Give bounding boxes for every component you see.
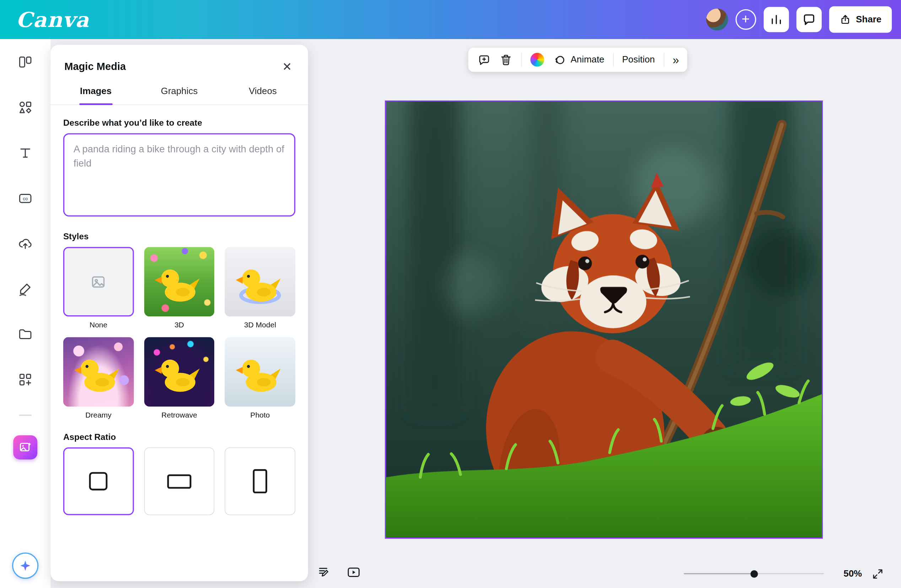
duck-dreamy-thumbnail: [72, 348, 125, 401]
describe-label: Describe what you’d like to create: [63, 118, 295, 128]
aspect-ratio-grid: [63, 447, 295, 515]
aspect-ratio-portrait[interactable]: [225, 447, 295, 515]
canva-logo[interactable]: Canva: [16, 9, 89, 30]
style-option-3d[interactable]: 3D: [144, 247, 214, 329]
duck-3d-model-thumbnail: [234, 257, 287, 310]
apps-grid-icon: [18, 372, 33, 387]
cloud-upload-icon: [18, 236, 33, 251]
comments-button[interactable]: [796, 7, 822, 32]
sidebar-item-brand[interactable]: co: [11, 184, 39, 212]
presentation-play-icon: [346, 565, 361, 579]
style-option-3d-model[interactable]: 3D Model: [225, 247, 295, 329]
sidebar-item-apps[interactable]: [11, 366, 39, 394]
folder-icon: [18, 327, 33, 342]
magic-media-panel: Magic Media ✕ Images Graphics Videos Des…: [50, 45, 308, 581]
tab-images[interactable]: Images: [54, 80, 137, 104]
aspect-ratio-landscape[interactable]: [144, 447, 214, 515]
add-member-button[interactable]: +: [735, 9, 756, 30]
animate-icon: [553, 53, 566, 66]
panel-tabs: Images Graphics Videos: [50, 80, 308, 105]
toolbar-divider: [663, 53, 664, 67]
styles-label: Styles: [63, 232, 295, 241]
aspect-ratio-label: Aspect Ratio: [63, 432, 295, 441]
zoom-slider-knob[interactable]: [750, 570, 758, 578]
color-wheel-icon: [530, 53, 544, 67]
style-option-dreamy[interactable]: Dreamy: [63, 337, 134, 419]
assistant-button[interactable]: [12, 552, 38, 579]
aspect-ratio-square[interactable]: [63, 447, 134, 515]
portrait-ratio-icon: [253, 469, 267, 493]
expand-icon: [871, 567, 884, 580]
prompt-input[interactable]: [63, 133, 295, 216]
bar-chart-icon: [769, 13, 783, 26]
rail-divider: [19, 415, 32, 416]
tab-graphics[interactable]: Graphics: [137, 80, 221, 104]
duck-retrowave-thumbnail: [153, 348, 206, 401]
design-icon: [18, 55, 33, 70]
sidebar-item-elements[interactable]: [11, 94, 39, 121]
style-option-retrowave[interactable]: Retrowave: [144, 337, 214, 419]
notes-button[interactable]: [317, 565, 332, 579]
upload-icon: [839, 14, 851, 25]
toolbar-divider: [613, 53, 614, 67]
share-label: Share: [856, 14, 881, 25]
landscape-ratio-icon: [167, 474, 192, 488]
double-chevron-icon: »: [673, 54, 678, 65]
style-option-photo[interactable]: Photo: [225, 337, 295, 419]
more-tools-button[interactable]: »: [673, 54, 678, 65]
animate-label: Animate: [571, 55, 604, 65]
image-placeholder-icon: [90, 274, 106, 290]
trash-icon: [499, 53, 512, 66]
svg-text:co: co: [23, 196, 28, 201]
generated-image[interactable]: [386, 101, 822, 538]
magic-media-button[interactable]: [13, 435, 37, 459]
sidebar-item-draw[interactable]: [11, 275, 39, 303]
panel-title: Magic Media: [64, 61, 126, 73]
fullscreen-button[interactable]: [871, 567, 884, 580]
magic-media-icon: [19, 441, 32, 454]
close-icon[interactable]: ✕: [280, 60, 294, 73]
avatar[interactable]: [706, 9, 728, 30]
insights-button[interactable]: [764, 7, 789, 32]
app-window: Canva + Share co: [0, 0, 901, 588]
sidebar-item-text[interactable]: [11, 139, 39, 166]
delete-button[interactable]: [499, 53, 512, 66]
animate-button[interactable]: Animate: [553, 53, 604, 66]
comment-add-icon: [477, 53, 491, 66]
duck-photo-thumbnail: [234, 348, 287, 401]
notes-icon: [317, 565, 332, 579]
color-picker-button[interactable]: [530, 53, 544, 67]
brand-icon: co: [18, 191, 33, 205]
sidebar-item-design[interactable]: [11, 48, 39, 76]
pen-icon: [18, 282, 33, 297]
share-button[interactable]: Share: [829, 6, 892, 33]
duck-3d-thumbnail: [153, 257, 206, 310]
sparkle-icon: [19, 559, 32, 573]
tab-videos[interactable]: Videos: [221, 80, 304, 104]
sidebar-item-uploads[interactable]: [11, 230, 39, 257]
elements-icon: [18, 100, 33, 115]
position-button[interactable]: Position: [622, 55, 655, 65]
zoom-level: 50%: [839, 568, 867, 579]
style-grid: None 3D 3D Model Dreamy: [63, 247, 295, 419]
plus-icon: +: [742, 12, 750, 26]
add-comment-button[interactable]: [477, 53, 491, 66]
style-option-none[interactable]: None: [63, 247, 134, 329]
square-ratio-icon: [89, 472, 108, 490]
comment-icon: [802, 13, 816, 26]
present-button[interactable]: [346, 565, 361, 579]
zoom-slider-fill: [684, 573, 754, 574]
position-label: Position: [622, 55, 655, 65]
context-toolbar: Animate Position »: [468, 48, 687, 72]
toolbar-divider: [521, 53, 522, 67]
top-bar: Canva + Share: [0, 0, 901, 39]
zoom-controls: 50%: [684, 565, 894, 582]
zoom-slider[interactable]: [684, 569, 824, 578]
tool-rail: co: [0, 39, 50, 588]
canvas-footer-left: [317, 565, 361, 579]
selected-image-frame[interactable]: [385, 101, 823, 539]
text-icon: [18, 145, 33, 160]
sidebar-item-projects[interactable]: [11, 320, 39, 348]
